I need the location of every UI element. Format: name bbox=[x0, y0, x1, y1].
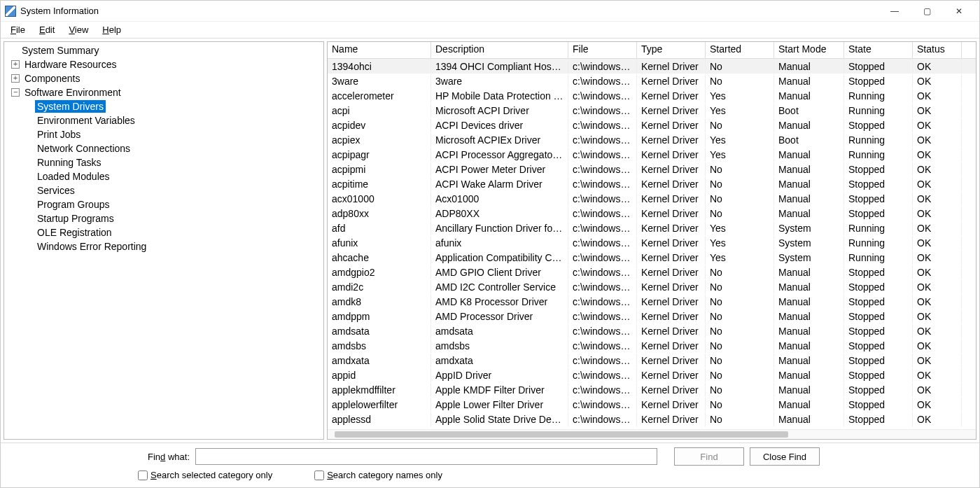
table-row[interactable]: amdgpio2AMD GPIO Client Driverc:\windows… bbox=[328, 265, 976, 279]
tree-item-environment-variables[interactable]: Environment Variables bbox=[4, 113, 323, 127]
tree-system-summary[interactable]: System Summary bbox=[4, 43, 323, 57]
cell-description: AppID Driver bbox=[431, 368, 568, 382]
cell-file: c:\windows\s... bbox=[568, 265, 637, 279]
close-button[interactable]: ✕ bbox=[943, 1, 975, 22]
tree-item-loaded-modules[interactable]: Loaded Modules bbox=[4, 169, 323, 183]
cell-state: Stopped bbox=[844, 177, 913, 191]
cell-started: No bbox=[706, 177, 774, 191]
table-row[interactable]: acpidevACPI Devices driverc:\windows\s..… bbox=[328, 118, 976, 132]
tree-expander-icon[interactable]: + bbox=[11, 60, 20, 69]
tree-label: OLE Registration bbox=[35, 226, 114, 239]
table-row[interactable]: ahcacheApplication Compatibility Cac...c… bbox=[328, 250, 976, 265]
table-row[interactable]: acpipmiACPI Power Meter Driverc:\windows… bbox=[328, 162, 976, 176]
tree-item-network-connections[interactable]: Network Connections bbox=[4, 141, 323, 155]
tree-item-system-drivers[interactable]: System Drivers bbox=[4, 99, 323, 113]
table-row[interactable]: amdsataamdsatac:\windows\s...Kernel Driv… bbox=[328, 323, 976, 338]
cell-status: OK bbox=[913, 60, 962, 74]
cell-state: Stopped bbox=[844, 368, 913, 382]
table-row[interactable]: 1394ohci1394 OHCI Compliant Host C...c:\… bbox=[328, 59, 976, 74]
tree-components[interactable]: + Components bbox=[4, 71, 323, 85]
tree-item-running-tasks[interactable]: Running Tasks bbox=[4, 155, 323, 169]
cell-name: 1394ohci bbox=[328, 60, 431, 74]
col-start-mode[interactable]: Start Mode bbox=[774, 42, 844, 58]
cell-type: Kernel Driver bbox=[637, 236, 706, 250]
cell-name: amdsbs bbox=[328, 339, 431, 353]
tree-item-windows-error-reporting[interactable]: Windows Error Reporting bbox=[4, 239, 323, 253]
menu-help[interactable]: Help bbox=[95, 23, 128, 36]
close-find-button[interactable]: Close Find bbox=[750, 447, 820, 466]
tree-item-services[interactable]: Services bbox=[4, 183, 323, 197]
menu-edit[interactable]: Edit bbox=[32, 23, 62, 36]
table-row[interactable]: amdxataamdxatac:\windows\s...Kernel Driv… bbox=[328, 353, 976, 368]
table-row[interactable]: acpitimeACPI Wake Alarm Driverc:\windows… bbox=[328, 176, 976, 191]
search-selected-category-checkbox[interactable]: Search selected category only bbox=[138, 470, 272, 480]
menu-file[interactable]: File bbox=[4, 23, 32, 36]
cell-name: amdppm bbox=[328, 309, 431, 323]
cell-type: Kernel Driver bbox=[637, 280, 706, 294]
tree-item-program-groups[interactable]: Program Groups bbox=[4, 197, 323, 211]
tree-expander-icon[interactable]: − bbox=[11, 88, 20, 97]
table-row[interactable]: afunixafunixc:\windows\s...Kernel Driver… bbox=[328, 235, 976, 250]
checkbox-input[interactable] bbox=[314, 470, 324, 480]
search-category-names-checkbox[interactable]: Search category names only bbox=[314, 470, 442, 480]
tree-item-print-jobs[interactable]: Print Jobs bbox=[4, 127, 323, 141]
menu-view[interactable]: View bbox=[62, 23, 95, 36]
tree-leaf-icon bbox=[24, 186, 32, 195]
table-row[interactable]: applelowerfilterApple Lower Filter Drive… bbox=[328, 397, 976, 412]
horizontal-scrollbar[interactable] bbox=[328, 429, 976, 439]
table-row[interactable]: 3ware3warec:\windows\s...Kernel DriverNo… bbox=[328, 74, 976, 88]
table-row[interactable]: adp80xxADP80XXc:\windows\s...Kernel Driv… bbox=[328, 206, 976, 221]
cell-type: Kernel Driver bbox=[637, 324, 706, 338]
table-row[interactable]: applessdApple Solid State Drive Devicec:… bbox=[328, 412, 976, 426]
table-row[interactable]: amdppmAMD Processor Driverc:\windows\s..… bbox=[328, 309, 976, 323]
list-body[interactable]: 1394ohci1394 OHCI Compliant Host C...c:\… bbox=[328, 59, 976, 429]
table-row[interactable]: acx01000Acx01000c:\windows\s...Kernel Dr… bbox=[328, 191, 976, 206]
tree-expander-none bbox=[8, 46, 17, 55]
col-type[interactable]: Type bbox=[637, 42, 706, 58]
cell-description: afunix bbox=[431, 236, 568, 250]
find-button[interactable]: Find bbox=[674, 447, 744, 466]
find-what-input[interactable] bbox=[195, 448, 657, 465]
cell-description: AMD GPIO Client Driver bbox=[431, 265, 568, 279]
cell-status: OK bbox=[913, 118, 962, 132]
find-what-label: Find what: bbox=[8, 452, 190, 462]
tree-label: Running Tasks bbox=[35, 156, 104, 169]
col-started[interactable]: Started bbox=[706, 42, 774, 58]
cell-name: amdgpio2 bbox=[328, 265, 431, 279]
cell-start-mode: System bbox=[774, 236, 844, 250]
scrollbar-thumb[interactable] bbox=[335, 431, 788, 438]
category-tree[interactable]: System Summary + Hardware Resources + Co… bbox=[4, 41, 324, 440]
table-row[interactable]: applekmdffilterApple KMDF Filter Driverc… bbox=[328, 382, 976, 397]
cell-type: Kernel Driver bbox=[637, 60, 706, 74]
cell-started: Yes bbox=[706, 104, 774, 118]
tree-software-environment[interactable]: − Software Environment bbox=[4, 85, 323, 99]
table-row[interactable]: acpiMicrosoft ACPI Driverc:\windows\s...… bbox=[328, 103, 976, 118]
cell-file: c:\windows\s... bbox=[568, 295, 637, 309]
table-row[interactable]: amdsbsamdsbsc:\windows\s...Kernel Driver… bbox=[328, 338, 976, 353]
col-description[interactable]: Description bbox=[431, 42, 568, 58]
cell-name: accelerometer bbox=[328, 89, 431, 103]
table-row[interactable]: amdk8AMD K8 Processor Driverc:\windows\s… bbox=[328, 294, 976, 309]
table-row[interactable]: acpipagrACPI Processor Aggregator D...c:… bbox=[328, 147, 976, 162]
col-state[interactable]: State bbox=[844, 42, 913, 58]
minimize-button[interactable]: — bbox=[878, 1, 911, 22]
table-row[interactable]: acpiexMicrosoft ACPIEx Driverc:\windows\… bbox=[328, 132, 976, 147]
checkbox-input[interactable] bbox=[138, 470, 148, 480]
col-name[interactable]: Name bbox=[328, 42, 431, 58]
table-row[interactable]: accelerometerHP Mobile Data Protection S… bbox=[328, 88, 976, 103]
cell-started: Yes bbox=[706, 133, 774, 147]
table-row[interactable]: appidAppID Driverc:\windows\s...Kernel D… bbox=[328, 368, 976, 382]
cell-description: Microsoft ACPI Driver bbox=[431, 104, 568, 118]
tree-item-ole-registration[interactable]: OLE Registration bbox=[4, 225, 323, 239]
tree-item-startup-programs[interactable]: Startup Programs bbox=[4, 211, 323, 225]
maximize-button[interactable]: ▢ bbox=[911, 1, 943, 22]
cell-start-mode: Manual bbox=[774, 368, 844, 382]
table-row[interactable]: afdAncillary Function Driver for ...c:\w… bbox=[328, 221, 976, 235]
tree-expander-icon[interactable]: + bbox=[11, 74, 20, 83]
tree-hardware-resources[interactable]: + Hardware Resources bbox=[4, 57, 323, 71]
cell-file: c:\windows\s... bbox=[568, 89, 637, 103]
col-file[interactable]: File bbox=[568, 42, 637, 58]
table-row[interactable]: amdi2cAMD I2C Controller Servicec:\windo… bbox=[328, 279, 976, 294]
cell-start-mode: Manual bbox=[774, 309, 844, 323]
col-status[interactable]: Status bbox=[913, 42, 962, 58]
